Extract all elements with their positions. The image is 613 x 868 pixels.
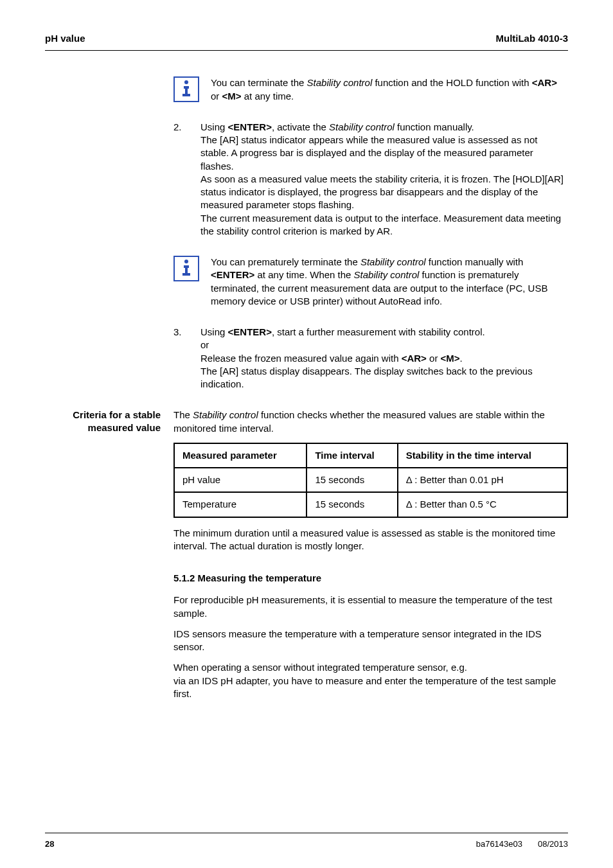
step-3-body: Using <ENTER>, start a further measureme…	[200, 326, 568, 391]
svg-rect-3	[182, 94, 190, 96]
table-row: pH value 15 seconds Δ : Better than 0.01…	[174, 468, 567, 492]
svg-point-4	[184, 260, 188, 263]
info-text-2: You can prematurely terminate the Stabil…	[211, 256, 568, 308]
cell-stability: Δ : Better than 0.5 °C	[398, 492, 567, 517]
cell-parameter: Temperature	[174, 492, 306, 517]
page-footer: 28 ba76143e03 08/2013	[45, 833, 568, 850]
cell-stability: Δ : Better than 0.01 pH	[398, 468, 567, 492]
main-content: You can terminate the Stability control …	[173, 76, 568, 391]
table-header-row: Measured parameter Time interval Stabili…	[174, 443, 567, 468]
criteria-label: Criteria for a stable measured value	[45, 409, 161, 708]
criteria-body: The Stability control function checks wh…	[173, 409, 568, 708]
criteria-outro: The minimum duration until a measured va…	[173, 527, 568, 553]
page-number: 28	[45, 838, 54, 850]
svg-rect-7	[182, 273, 190, 276]
criteria-section: Criteria for a stable measured value The…	[45, 409, 568, 708]
info-text-1: You can terminate the Stability control …	[211, 76, 568, 103]
svg-point-0	[184, 80, 188, 84]
info-icon	[173, 256, 199, 281]
header-rule	[45, 50, 568, 51]
criteria-intro: The Stability control function checks wh…	[173, 409, 568, 435]
step-3: 3. Using <ENTER>, start a further measur…	[173, 326, 568, 391]
header-right: MultiLab 4010-3	[495, 32, 568, 45]
info-note-2: You can prematurely terminate the Stabil…	[173, 256, 568, 308]
step-3-number: 3.	[173, 326, 189, 391]
step-2-body: Using <ENTER>, activate the Stability co…	[200, 121, 568, 238]
cell-parameter: pH value	[174, 468, 306, 492]
page-header: pH value MultiLab 4010-3	[45, 32, 568, 45]
svg-rect-6	[185, 265, 188, 274]
step-2-number: 2.	[173, 121, 189, 238]
section-p1: For reproducible pH measurements, it is …	[173, 594, 568, 620]
th-stability: Stability in the time interval	[398, 443, 567, 468]
info-note-1: You can terminate the Stability control …	[173, 76, 568, 103]
info-icon	[173, 76, 199, 102]
doc-id: ba76143e03	[476, 838, 522, 850]
th-parameter: Measured parameter	[174, 443, 306, 468]
step-2: 2. Using <ENTER>, activate the Stability…	[173, 121, 568, 238]
criteria-table: Measured parameter Time interval Stabili…	[173, 443, 568, 518]
th-interval: Time interval	[306, 443, 397, 468]
section-p2: IDS sensors measure the temperature with…	[173, 628, 568, 654]
svg-rect-2	[185, 86, 188, 95]
cell-interval: 15 seconds	[306, 468, 397, 492]
table-row: Temperature 15 seconds Δ : Better than 0…	[174, 492, 567, 517]
section-p3: When operating a sensor without integrat…	[173, 661, 568, 700]
cell-interval: 15 seconds	[306, 492, 397, 517]
section-heading: 5.1.2 Measuring the temperature	[173, 572, 568, 585]
header-left: pH value	[45, 32, 85, 45]
doc-date: 08/2013	[538, 838, 568, 850]
